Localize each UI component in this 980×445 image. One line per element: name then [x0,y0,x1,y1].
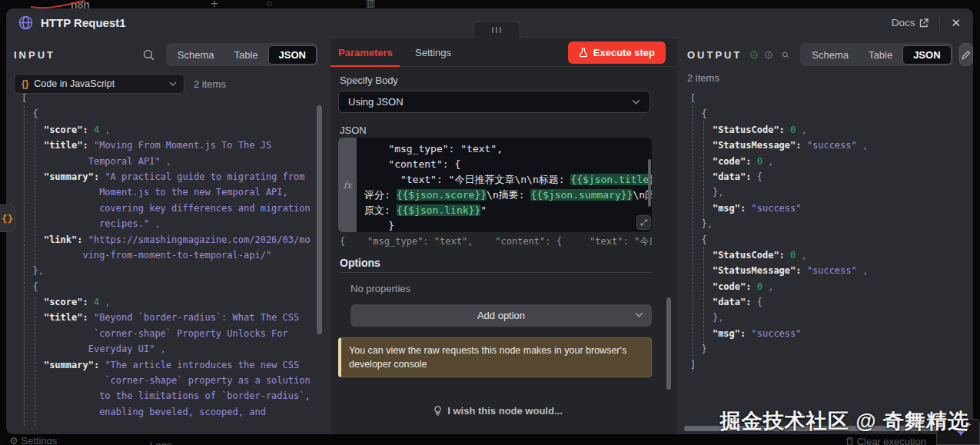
watermark-text: 掘金技术社区 @ 奇舞精选 [720,407,969,435]
success-check-icon [750,48,758,61]
tab-input-schema[interactable]: Schema [168,46,224,64]
panel-resize-handle[interactable] [473,21,520,38]
flask-icon [579,48,588,58]
gear-icon: ⚙ [9,435,18,445]
parameters-panel: Parameters Settings Execute step Specify… [331,37,676,434]
raw-request-notice: You can view the raw requests this node … [338,337,652,377]
tab-input-table[interactable]: Table [224,46,268,64]
expression-panel-toggle[interactable]: {} [0,204,15,232]
output-panel-title: OUTPUT [687,49,742,61]
active-tab-underline [331,65,400,67]
canvas-logs-button[interactable]: Logs [150,440,171,445]
search-icon[interactable] [782,48,789,61]
tab-node-settings[interactable]: Settings [415,47,451,58]
node-detail-dialog: HTTP Request1 Docs ✕ INPUT Schema [6,8,973,434]
lightbulb-icon [434,406,442,417]
clear-execution-button[interactable]: Clear execution [845,436,926,445]
tab-input-json[interactable]: JSON [268,45,317,65]
add-option-button[interactable]: Add option [350,304,652,327]
editor-scrollbar[interactable] [648,159,651,207]
input-view-tabs: Schema Table JSON [166,43,318,66]
chevron-down-icon [635,312,643,317]
canvas-grid-icon[interactable]: ▥ [366,0,375,8]
options-empty-text: No properties [350,283,410,294]
input-scrollbar[interactable] [317,105,322,334]
search-icon[interactable] [142,48,155,61]
body-type-select[interactable]: Using JSON [338,91,650,113]
parameters-scrollbar[interactable] [666,297,671,390]
chevron-down-icon [169,81,177,86]
tab-output-json[interactable]: JSON [902,45,951,65]
output-panel: OUTPUT Schema Table JSON [676,37,973,434]
output-items-count: 2 items [687,72,719,84]
tab-output-table[interactable]: Table [859,46,902,64]
input-panel: INPUT Schema Table JSON {} Code in JavaS… [6,37,331,434]
output-view-tabs: Schema Table JSON [800,43,952,66]
options-divider [340,272,652,273]
json-body-editor[interactable]: fx "msg_type": "text", "content": { "tex… [338,138,652,232]
expand-editor-icon[interactable]: ⤢ [636,215,651,230]
output-json-code[interactable]: [ { "StatusCode": 0 , "StatusMessage": "… [690,91,965,423]
globe-icon [18,15,33,30]
trash-icon [845,437,854,445]
execute-step-button[interactable]: Execute step [568,42,666,64]
input-items-count: 2 items [194,78,226,90]
expression-preview: { "msg_type": "text", "content": { "text… [340,235,652,248]
node-title: HTTP Request1 [41,16,126,29]
canvas-settings-button[interactable]: ⚙ Settings [9,435,57,445]
expression-fx-gutter[interactable]: fx [338,138,357,232]
input-json-code[interactable]: [ { "score": 4 , "title": "Moving From M… [22,91,315,434]
screen: { "window": { "title": "HTTP Request1", … [0,0,980,445]
docs-link[interactable]: Docs [892,17,929,28]
specify-body-label: Specify Body [340,75,398,86]
edit-output-button[interactable] [959,43,973,66]
external-link-icon [919,18,929,28]
code-node-icon: {} [22,78,28,89]
options-section-title: Options [340,257,380,269]
close-icon[interactable]: ✕ [951,16,961,30]
info-icon[interactable] [765,48,772,61]
json-body-code[interactable]: "msg_type": "text", "content": { "text":… [357,138,652,232]
parameters-tab-row: Parameters Settings Execute step [331,38,676,67]
pencil-icon [961,50,971,60]
input-panel-title: INPUT [14,49,55,61]
tab-parameters[interactable]: Parameters [338,47,393,58]
header-divider [939,17,940,29]
chevron-down-icon [632,99,640,105]
json-field-label: JSON [340,125,367,136]
tab-output-schema[interactable]: Schema [802,46,859,64]
node-wish-link[interactable]: I wish this node would... [331,405,666,417]
